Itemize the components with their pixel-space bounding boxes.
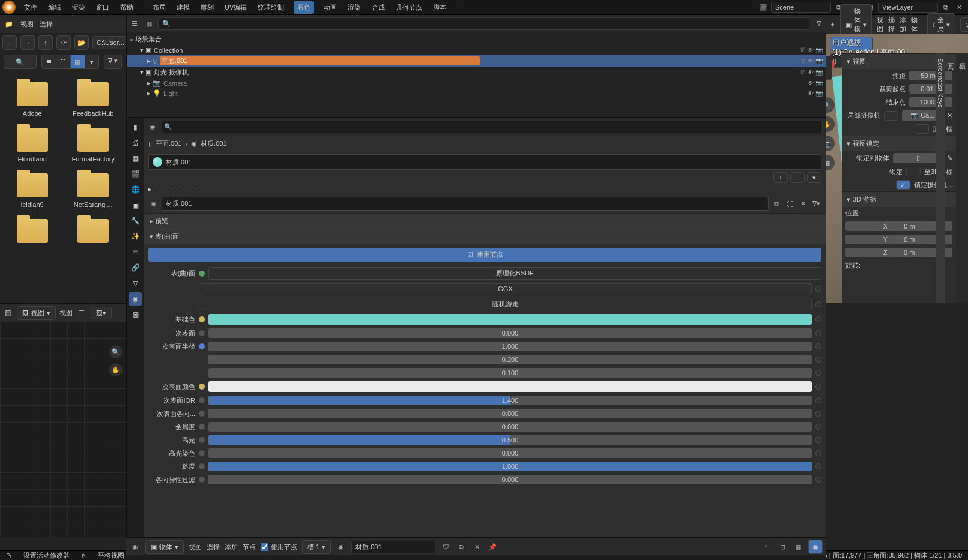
pin-icon[interactable] xyxy=(815,424,821,430)
menu-edit[interactable]: 编辑 xyxy=(47,1,62,14)
pin-icon[interactable] xyxy=(815,437,821,443)
vp-view[interactable]: 视图 xyxy=(877,16,883,34)
ws-uv[interactable]: UV编辑 xyxy=(223,1,248,14)
folder-item[interactable]: NetSarang ... xyxy=(64,169,124,213)
viewlayer-selector[interactable]: ▦ ViewLayer ⧉ ✕ xyxy=(861,2,968,13)
menu-window[interactable]: 窗口 xyxy=(95,1,110,14)
lock-cam-check[interactable]: ✓ xyxy=(896,180,910,190)
pin-icon[interactable] xyxy=(815,330,821,336)
outliner-type-icon[interactable]: ☰ xyxy=(129,19,140,29)
tab-object[interactable]: ▣ xyxy=(129,199,142,212)
material-slot[interactable]: 材质.001 xyxy=(148,154,821,170)
menu-help[interactable]: 帮助 xyxy=(119,1,135,14)
pin-icon[interactable] xyxy=(815,357,821,363)
search-field[interactable]: 🔍 xyxy=(4,55,37,69)
pin-icon[interactable] xyxy=(815,370,821,376)
surface-header[interactable]: ▾ 表(曲)面 xyxy=(144,229,826,244)
tree-light[interactable]: ▸ 💡Light👁 📷 xyxy=(127,88,826,98)
ne-select[interactable]: 选择 xyxy=(207,543,220,552)
orientation-dropdown[interactable]: ⟟全局▾ xyxy=(927,13,955,36)
menu-file[interactable]: 文件 xyxy=(23,1,38,14)
tab-material[interactable]: ◉ xyxy=(129,292,142,306)
mat-unlink-icon[interactable]: ⛶ xyxy=(784,199,795,209)
folder-item[interactable]: FeedbackHub xyxy=(64,77,124,122)
socket-dot[interactable] xyxy=(199,343,205,349)
bsdf-dropdown[interactable]: 原理化BSDF xyxy=(208,267,821,280)
ws-shading[interactable]: 着色 xyxy=(294,1,314,14)
menu-render[interactable]: 渲染 xyxy=(71,1,86,14)
metal-value[interactable]: 0.000 xyxy=(208,422,812,432)
pan-icon[interactable]: ✋ xyxy=(109,363,123,376)
img-menu-icon[interactable]: ☰ xyxy=(76,307,87,318)
use-nodes-check[interactable]: 使用节点 xyxy=(261,543,297,552)
socket-dot[interactable] xyxy=(199,477,205,483)
camera-icon[interactable]: 📷 xyxy=(826,136,835,151)
use-nodes-button[interactable]: ☑使用节点 xyxy=(148,248,821,262)
img-mode[interactable]: 🖼视图▾ xyxy=(17,306,56,320)
aniso-value[interactable]: 0.000 xyxy=(208,475,812,484)
ws-layout[interactable]: 布局 xyxy=(151,1,167,14)
tab-constraint[interactable]: 🔗 xyxy=(129,261,142,274)
tab-viewlayer[interactable]: ▦ xyxy=(129,152,142,165)
dup-icon[interactable]: ⧉ xyxy=(456,541,467,552)
folder-item[interactable] xyxy=(2,214,62,251)
viewlayer-close-icon[interactable]: ✕ xyxy=(954,2,964,13)
distribution-dropdown[interactable]: GGX xyxy=(199,283,812,294)
mat-browse-icon[interactable]: ◉ xyxy=(336,541,346,552)
editor-type-icon[interactable]: ✦ xyxy=(830,19,835,30)
ws-anim[interactable]: 动画 xyxy=(322,1,338,14)
pin-icon[interactable] xyxy=(815,450,821,456)
render-region-check[interactable] xyxy=(915,124,929,134)
sssr1-value[interactable]: 1.000 xyxy=(208,342,812,351)
socket-dot[interactable] xyxy=(199,384,205,390)
view-thumb[interactable]: ▦ xyxy=(70,55,85,69)
ws-script[interactable]: 脚本 xyxy=(432,1,447,14)
tab-particles[interactable]: ✨ xyxy=(129,230,142,243)
ws-geom[interactable]: 几何节点 xyxy=(395,1,423,14)
tree-collection[interactable]: ▾ ▣Collection☑ 👁 📷 xyxy=(127,45,826,55)
scene-name[interactable]: Scene xyxy=(771,2,831,13)
tab-output[interactable]: 🖨 xyxy=(129,136,142,149)
snap-icon[interactable]: ⊡ xyxy=(777,541,788,552)
ne-node[interactable]: 节点 xyxy=(243,543,256,552)
img-view[interactable]: 视图 xyxy=(59,309,73,318)
pin-icon[interactable] xyxy=(815,316,821,322)
back-button[interactable]: ← xyxy=(2,35,17,50)
ws-comp[interactable]: 合成 xyxy=(371,1,386,14)
newdir-button[interactable]: 📂 xyxy=(74,35,89,50)
tab-physics[interactable]: ⚛ xyxy=(129,245,142,259)
sssc-swatch[interactable] xyxy=(208,381,812,392)
img-type-icon[interactable]: 🖼 xyxy=(2,307,13,318)
tree-lights-cams[interactable]: ▾ ▣灯光 摄像机☑ 👁 📷 xyxy=(127,67,826,78)
ws-modeling[interactable]: 建模 xyxy=(175,1,191,14)
spect-value[interactable]: 0.000 xyxy=(208,448,812,458)
pin-icon[interactable] xyxy=(815,411,821,417)
folder-item[interactable]: Adobe xyxy=(2,77,62,122)
sssior-value[interactable]: 1.400 xyxy=(208,396,812,405)
slot-menu[interactable]: ▾ xyxy=(807,172,821,183)
socket-dot[interactable] xyxy=(199,411,205,417)
refresh-button[interactable]: ⟳ xyxy=(56,35,71,50)
socket-dot[interactable] xyxy=(199,397,205,403)
zoom-icon[interactable]: 🔍 xyxy=(826,97,835,113)
folder-item[interactable]: FormatFactory xyxy=(64,123,124,167)
node-mode[interactable]: ▣物体▾ xyxy=(145,540,184,554)
socket-dot[interactable] xyxy=(199,271,205,277)
path-field[interactable]: C:\User... xyxy=(92,36,129,49)
sssr2-value[interactable]: 0.200 xyxy=(208,355,812,364)
zoom-icon[interactable]: 🔍 xyxy=(109,345,123,358)
ws-render[interactable]: 渲染 xyxy=(346,1,362,14)
socket-dot[interactable] xyxy=(199,463,205,469)
filter-icon[interactable]: ∇ xyxy=(813,19,824,29)
view-list[interactable]: ≣ xyxy=(41,55,56,69)
folder-item[interactable]: Floodland xyxy=(2,123,62,167)
pin-icon[interactable] xyxy=(815,384,821,390)
tab-item[interactable]: 项目 xyxy=(957,53,968,303)
backdrop-icon[interactable]: ◉ xyxy=(808,540,823,554)
pan-icon[interactable]: ✋ xyxy=(826,116,835,132)
shield-icon[interactable]: 🛡 xyxy=(440,541,451,552)
tab-scene[interactable]: 🎬 xyxy=(129,167,142,181)
sss-value[interactable]: 0.000 xyxy=(208,328,812,338)
folder-icon[interactable]: 📁 xyxy=(4,19,14,29)
preview-header[interactable]: ▸ 预览 xyxy=(144,214,826,229)
